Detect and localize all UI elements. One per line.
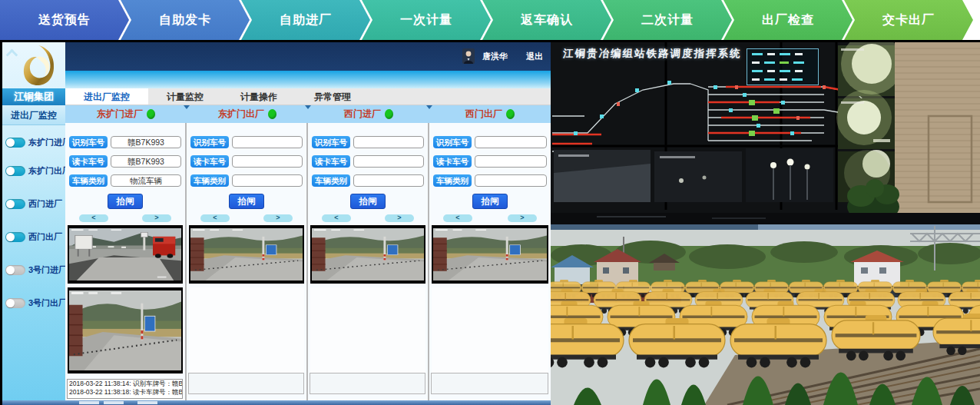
process-step-label: 二次计量: [641, 12, 694, 28]
rail-yard-scene: [551, 224, 980, 405]
event-log: 2018-03-22 11:38:14: 识别车牌号：赣B7K993 2018-…: [67, 379, 183, 399]
taskbar-item[interactable]: [137, 401, 157, 404]
sidebar-item-east-ext-in: 东扩门进厂: [5, 134, 65, 150]
recognized-plate-input[interactable]: 赣B7K993: [111, 136, 181, 148]
recognized-plate-input[interactable]: [475, 136, 547, 148]
sidebar-menu-header[interactable]: 进出厂监控: [2, 105, 65, 125]
toggle-switch[interactable]: [5, 265, 25, 275]
title-bar: 唐洪华 退出: [65, 42, 551, 71]
event-log: [310, 373, 425, 394]
lift-gate-button[interactable]: 抬闸: [108, 194, 143, 209]
vehicle-type-label[interactable]: 车辆类别: [312, 174, 350, 187]
next-button[interactable]: >: [263, 214, 293, 222]
gate-column-east-ext-out: 识别车号 读卡车号 车辆类别 抬闸: [187, 123, 308, 400]
next-button[interactable]: >: [142, 214, 171, 222]
process-step-label: 交卡出厂: [882, 12, 935, 28]
camera-feed-truck[interactable]: [68, 225, 183, 284]
gate-label: 东扩门出厂: [28, 165, 71, 177]
camera-nav: < >: [429, 214, 551, 222]
camera-feed-gate[interactable]: [432, 225, 548, 284]
toggle-switch[interactable]: [5, 199, 25, 209]
photo-panel: 江铜贵冶编组站铁路调度指挥系统: [551, 42, 980, 405]
sidebar-item-gate3-out: 3号门出厂: [5, 295, 65, 310]
process-step-3: 自助进厂: [241, 0, 370, 40]
next-button[interactable]: >: [385, 214, 414, 222]
sidebar: 江铜集团 进出厂监控 东扩门进厂 东扩门出厂 西门进厂 西门出厂 3号门: [2, 42, 65, 405]
gate-columns: 识别车号 赣B7K993 读卡车号 赣B7K993 车辆类别 物流车辆 抬闸: [65, 123, 551, 400]
column-title: 东扩门进厂: [65, 105, 187, 123]
logout-button[interactable]: 退出: [526, 51, 543, 62]
next-button[interactable]: >: [508, 214, 537, 222]
status-indicator: [147, 109, 155, 119]
column-title-text: 西门进厂: [344, 108, 381, 121]
recognized-plate-label[interactable]: 识别车号: [69, 136, 108, 148]
camera-feed-gate[interactable]: [68, 287, 183, 373]
company-name: 江铜集团: [2, 88, 65, 105]
prev-button[interactable]: <: [322, 214, 351, 222]
event-log: [431, 373, 548, 394]
card-plate-label[interactable]: 读卡车号: [190, 155, 229, 168]
recognized-plate-label[interactable]: 识别车号: [433, 136, 472, 148]
vehicle-type-input[interactable]: [475, 174, 547, 187]
process-banner: 送货预告 自助发卡 自助进厂 一次计量 返车确认 二次计量 出厂检查 交卡出厂: [0, 0, 980, 40]
lift-gate-button[interactable]: 抬闸: [350, 194, 386, 209]
process-step-label: 自助进厂: [280, 12, 332, 28]
card-plate-input[interactable]: [232, 155, 303, 168]
field-row: 识别车号: [190, 136, 303, 148]
vehicle-type-label[interactable]: 车辆类别: [190, 174, 229, 187]
card-plate-input[interactable]: [475, 155, 547, 168]
card-plate-label[interactable]: 读卡车号: [69, 155, 108, 168]
toggle-switch[interactable]: [5, 232, 25, 242]
tab-weigh-monitor[interactable]: 计量监控: [148, 88, 222, 105]
status-indicator: [385, 109, 393, 119]
recognized-plate-input[interactable]: [353, 136, 424, 148]
taskbar-strip: [2, 400, 551, 405]
column-title: 西门进厂: [308, 105, 429, 123]
camera-feed-gate[interactable]: [310, 225, 425, 284]
recognized-plate-label[interactable]: 识别车号: [190, 136, 229, 148]
prev-button[interactable]: <: [443, 214, 472, 222]
camera-feed-gate[interactable]: [189, 225, 304, 284]
empty-feed-slot: [310, 287, 425, 373]
column-title-text: 东扩门出厂: [218, 108, 264, 121]
sidebar-item-west-out: 西门出厂: [5, 229, 65, 244]
tab-weigh-operate[interactable]: 计量操作: [222, 88, 296, 105]
vehicle-type-label[interactable]: 车辆类别: [69, 174, 108, 187]
taskbar-item[interactable]: [104, 401, 124, 404]
card-plate-label[interactable]: 读卡车号: [312, 155, 350, 168]
column-title: 东扩门出厂: [187, 105, 308, 123]
recognized-plate-label[interactable]: 识别车号: [312, 136, 350, 148]
control-room-title: 江铜贵冶编组站铁路调度指挥系统: [562, 47, 742, 61]
field-row: 识别车号 赣B7K993: [69, 136, 181, 148]
prev-button[interactable]: <: [79, 214, 108, 222]
gate-column-west-out: 识别车号 读卡车号 车辆类别 抬闸: [429, 123, 551, 400]
toggle-switch[interactable]: [5, 138, 25, 148]
event-log: [188, 373, 304, 394]
column-title: 西门出厂: [429, 105, 551, 123]
lift-gate-button[interactable]: 抬闸: [229, 194, 264, 209]
vehicle-type-input[interactable]: [232, 174, 303, 187]
prev-button[interactable]: <: [200, 214, 230, 222]
card-plate-label[interactable]: 读卡车号: [433, 155, 472, 168]
toggle-switch[interactable]: [5, 298, 25, 308]
vehicle-type-input[interactable]: 物流车辆: [111, 174, 181, 187]
vehicle-type-label[interactable]: 车辆类别: [433, 174, 472, 187]
toggle-switch[interactable]: [5, 166, 25, 176]
field-row: 读卡车号 赣B7K993: [69, 155, 181, 168]
collapse-chevron-icon[interactable]: [7, 48, 16, 58]
process-step-label: 送货预告: [38, 12, 91, 28]
recognized-plate-input[interactable]: [232, 136, 303, 148]
lift-gate-button[interactable]: 抬闸: [472, 194, 508, 209]
legend-panel: [747, 48, 819, 85]
tab-exception-mgmt[interactable]: 异常管理: [296, 88, 369, 105]
card-plate-input[interactable]: 赣B7K993: [111, 155, 181, 168]
card-plate-input[interactable]: [353, 155, 424, 168]
status-indicator: [506, 109, 515, 119]
tab-gate-monitor[interactable]: 进出厂监控: [65, 88, 148, 105]
company-logo-icon: [21, 44, 56, 87]
rail-yard-photo: [551, 224, 980, 405]
vehicle-type-input[interactable]: [353, 174, 424, 187]
column-title-text: 西门出厂: [465, 108, 502, 121]
field-row: 读卡车号: [433, 155, 547, 168]
taskbar-item[interactable]: [79, 401, 99, 404]
